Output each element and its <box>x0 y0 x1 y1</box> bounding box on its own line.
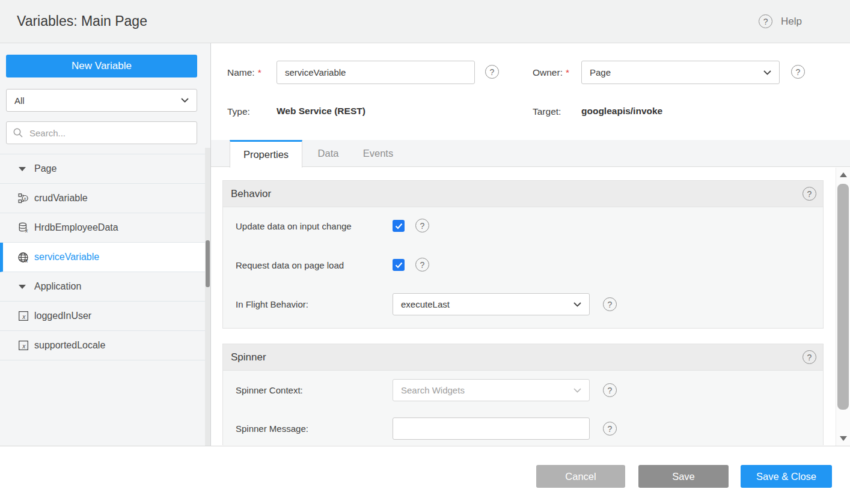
sidebar-item-supportedlocale[interactable]: x supportedLocale <box>0 331 205 360</box>
page-title: Variables: Main Page <box>17 0 147 43</box>
variables-dialog: Variables: Main Page Help New Variable A… <box>0 0 850 504</box>
tab-bar <box>211 140 850 167</box>
crud-variable-icon: x <box>17 193 29 204</box>
checkmark-icon <box>395 262 403 269</box>
behavior-title: Behavior <box>231 188 271 200</box>
chevron-down-icon <box>181 98 189 103</box>
variable-list: Page x crudVariable x HrdbEmployeeData x… <box>0 154 205 360</box>
owner-label: Owner:* <box>533 61 569 84</box>
name-help-icon[interactable] <box>485 65 499 79</box>
scroll-down-icon[interactable] <box>840 436 847 441</box>
spinner-context-placeholder: Search Widgets <box>401 385 465 395</box>
request-data-label: Request data on page load <box>236 254 344 276</box>
update-data-checkbox[interactable] <box>393 220 405 232</box>
variable-label: crudVariable <box>34 193 88 204</box>
sidebar-scrollbar-thumb[interactable] <box>206 240 210 287</box>
checkmark-icon <box>395 223 403 229</box>
sidebar-item-loggedinuser[interactable]: x loggedInUser <box>0 302 205 331</box>
owner-select[interactable]: Page <box>581 61 780 84</box>
spinner-help-icon[interactable] <box>803 350 816 364</box>
content-scrollbar[interactable] <box>836 168 850 446</box>
svg-text:x: x <box>22 314 26 320</box>
help-button[interactable]: Help <box>759 0 802 43</box>
owner-help-icon[interactable] <box>791 65 805 79</box>
static-variable-icon: x <box>17 311 29 322</box>
update-data-help-icon[interactable] <box>415 219 429 232</box>
type-value: Web Service (REST) <box>277 100 365 123</box>
sidebar-item-hrdbemployeedata[interactable]: x HrdbEmployeeData <box>0 213 205 243</box>
help-label: Help <box>781 16 802 28</box>
group-label: Application <box>34 281 81 292</box>
variable-label: loggedInUser <box>34 311 91 321</box>
save-button[interactable]: Save <box>638 465 729 488</box>
in-flight-behavior-select[interactable]: executeLast <box>393 293 590 315</box>
name-label: Name:* <box>227 61 261 84</box>
owner-value: Page <box>590 67 611 77</box>
sidebar-group-page[interactable]: Page <box>0 154 205 184</box>
svg-text:x: x <box>22 343 26 350</box>
sidebar-group-application[interactable]: Application <box>0 272 205 302</box>
static-variable-icon: x <box>17 340 29 351</box>
behavior-help-icon[interactable] <box>803 187 816 201</box>
sidebar-item-crudvariable[interactable]: x crudVariable <box>0 184 205 213</box>
spinner-section-header: Spinner <box>223 344 823 371</box>
svg-text:x: x <box>25 258 28 264</box>
in-flight-behavior-value: executeLast <box>401 299 450 309</box>
content-scrollbar-thumb[interactable] <box>837 184 849 410</box>
spinner-message-label: Spinner Message: <box>236 417 308 440</box>
search-input[interactable] <box>6 121 197 144</box>
variable-filter-value: All <box>14 96 25 106</box>
type-label: Type: <box>227 100 250 123</box>
spinner-context-select[interactable]: Search Widgets <box>393 379 590 401</box>
variables-sidebar: New Variable All Page x crudVariable <box>0 43 211 446</box>
chevron-down-icon <box>573 388 581 393</box>
chevron-down-icon <box>573 302 581 307</box>
save-and-close-button[interactable]: Save & Close <box>741 465 832 488</box>
variable-search <box>6 121 197 144</box>
dialog-header: Variables: Main Page Help <box>0 0 850 43</box>
tab-data[interactable]: Data <box>313 140 343 167</box>
behavior-section-header: Behavior <box>223 181 823 207</box>
variable-filter-select[interactable]: All <box>6 89 197 112</box>
request-data-checkbox[interactable] <box>393 259 405 271</box>
in-flight-behavior-label: In Flight Behavior: <box>236 293 308 315</box>
spinner-message-input[interactable] <box>393 417 590 440</box>
svg-text:x: x <box>25 228 28 234</box>
sidebar-scrollbar[interactable] <box>205 148 210 446</box>
caret-down-icon <box>17 281 29 293</box>
name-input[interactable] <box>277 61 475 84</box>
cancel-button[interactable]: Cancel <box>536 465 625 488</box>
tab-properties[interactable]: Properties <box>230 140 302 168</box>
service-variable-icon: x <box>17 252 29 263</box>
caret-down-icon <box>17 163 29 175</box>
behavior-section: Behavior Update data on input change Req… <box>222 180 824 329</box>
help-icon[interactable] <box>759 14 772 28</box>
new-variable-button[interactable]: New Variable <box>6 55 197 77</box>
variable-label: serviceVariable <box>34 252 99 263</box>
update-data-label: Update data on input change <box>236 215 352 237</box>
spinner-title: Spinner <box>231 351 266 363</box>
sidebar-item-servicevariable[interactable]: x serviceVariable <box>0 243 205 272</box>
spinner-message-field <box>393 417 590 440</box>
database-variable-icon: x <box>17 222 29 234</box>
spinner-context-help-icon[interactable] <box>603 383 617 397</box>
in-flight-behavior-help-icon[interactable] <box>603 297 617 311</box>
chevron-down-icon <box>763 70 771 75</box>
spinner-section: Spinner Spinner Context: Search Widgets … <box>222 344 824 445</box>
request-data-help-icon[interactable] <box>415 258 429 272</box>
tab-events[interactable]: Events <box>359 140 397 167</box>
group-label: Page <box>34 163 57 174</box>
variable-label: supportedLocale <box>34 340 105 351</box>
scroll-up-icon[interactable] <box>840 172 847 177</box>
required-marker: * <box>258 67 261 78</box>
target-label: Target: <box>533 100 561 123</box>
spinner-context-label: Spinner Context: <box>236 379 303 401</box>
required-marker: * <box>566 67 569 78</box>
spinner-message-help-icon[interactable] <box>603 422 617 436</box>
footer-divider <box>0 446 850 446</box>
target-value: googleapis/invoke <box>581 100 662 123</box>
variable-label: HrdbEmployeeData <box>34 222 118 233</box>
